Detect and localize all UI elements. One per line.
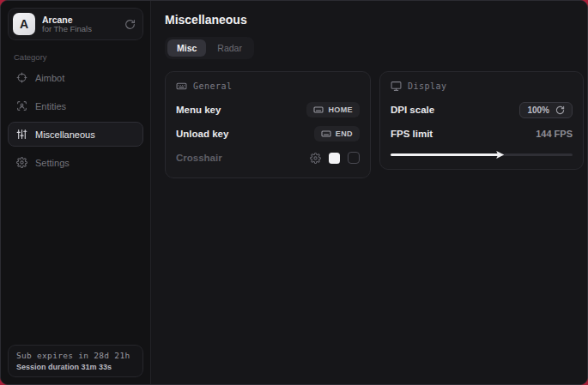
sliders-icon [16, 129, 27, 140]
tab-misc[interactable]: Misc [167, 39, 206, 57]
crosshair-icon [16, 72, 27, 83]
app-window: A Arcane for The Finals Category Aimbot [0, 0, 588, 385]
general-card-header: General [176, 81, 360, 92]
subscription-info-card: Sub expires in 28d 21h Session duration … [8, 345, 143, 377]
sidebar-item-aimbot[interactable]: Aimbot [8, 65, 143, 90]
sidebar-item-entities[interactable]: Entities [8, 93, 143, 118]
crosshair-controls [310, 152, 360, 164]
menu-key-value: HOME [328, 105, 353, 114]
session-duration-text: Session duration 31m 33s [16, 363, 135, 371]
brand-title: Arcane [42, 15, 118, 25]
tab-bar: Misc Radar [165, 37, 254, 59]
unload-key-value: END [336, 129, 353, 138]
dpi-scale-button[interactable]: 100% [519, 102, 573, 118]
sidebar-item-settings[interactable]: Settings [8, 150, 143, 175]
sub-expiry-text: Sub expires in 28d 21h [16, 351, 135, 360]
main-content: Miscellaneous Misc Radar General Menu ke… [151, 1, 588, 384]
menu-key-bind-button[interactable]: HOME [306, 102, 360, 117]
unload-key-row: Unload key END [176, 124, 360, 143]
menu-key-row: Menu key HOME [176, 100, 360, 119]
category-label: Category [14, 52, 143, 62]
sidebar-item-label: Entities [35, 101, 66, 111]
gear-icon[interactable] [310, 153, 321, 164]
category-nav: Aimbot Entities Miscellaneous [8, 65, 143, 175]
display-card: Display DPI scale 100% FPS limit [379, 71, 584, 170]
scan-icon [16, 100, 27, 111]
general-card: General Menu key HOME Unload key [165, 71, 371, 178]
fps-limit-label: FPS limit [391, 129, 433, 139]
unload-key-label: Unload key [176, 129, 228, 139]
sidebar-item-label: Miscellaneous [35, 129, 95, 140]
brand-text: Arcane for The Finals [42, 15, 118, 34]
keyboard-icon [321, 129, 331, 139]
sidebar-item-label: Settings [35, 158, 70, 168]
tab-radar[interactable]: Radar [208, 39, 252, 57]
sidebar-item-label: Aimbot [35, 73, 64, 83]
unload-key-bind-button[interactable]: END [314, 126, 360, 141]
menu-key-label: Menu key [176, 105, 221, 115]
fps-limit-slider[interactable] [391, 150, 573, 159]
refresh-icon [555, 105, 565, 115]
sidebar: A Arcane for The Finals Category Aimbot [1, 1, 151, 384]
general-card-title: General [193, 81, 233, 91]
dpi-scale-value: 100% [527, 105, 549, 115]
fps-limit-row: FPS limit 144 FPS [391, 124, 573, 143]
cards-row: General Menu key HOME Unload key [165, 71, 584, 178]
sidebar-item-miscellaneous[interactable]: Miscellaneous [8, 122, 143, 147]
fps-limit-value: 144 FPS [536, 129, 573, 139]
crosshair-checkbox[interactable] [348, 152, 360, 164]
dpi-scale-row: DPI scale 100% [391, 100, 573, 119]
crosshair-row: Crosshair [176, 148, 360, 167]
crosshair-label: Crosshair [176, 153, 222, 163]
slider-fill [391, 153, 500, 156]
display-card-header: Display [391, 81, 573, 92]
monitor-icon [391, 81, 402, 92]
page-title: Miscellaneous [165, 13, 584, 27]
brand-avatar: A [13, 13, 35, 35]
refresh-icon[interactable] [124, 19, 136, 30]
display-card-title: Display [408, 81, 447, 91]
keyboard-icon [176, 81, 187, 92]
dpi-scale-label: DPI scale [391, 105, 434, 115]
brand-subtitle: for The Finals [42, 25, 118, 34]
gear-icon [16, 157, 27, 168]
brand-card: A Arcane for The Finals [8, 8, 143, 40]
keyboard-icon [313, 105, 324, 115]
crosshair-color-swatch[interactable] [329, 153, 340, 164]
